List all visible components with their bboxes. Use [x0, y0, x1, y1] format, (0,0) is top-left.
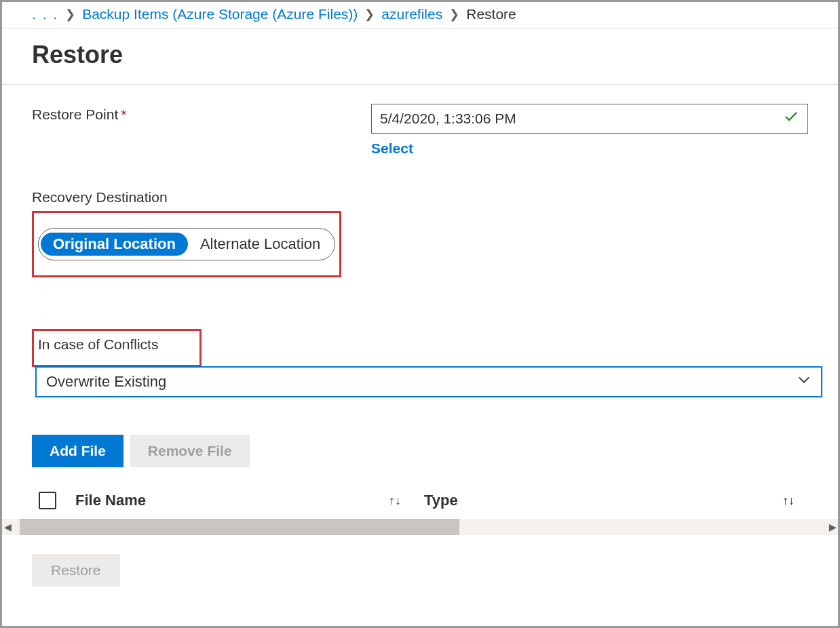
sort-icon[interactable]: ↑↓ — [389, 494, 401, 508]
restore-point-label: Restore Point* — [32, 104, 371, 123]
file-table-header: File Name ↑↓ Type ↑↓ — [32, 492, 808, 516]
recovery-destination-original[interactable]: Original Location — [41, 233, 188, 256]
sort-icon[interactable]: ↑↓ — [782, 494, 795, 508]
file-buttons-row: Add File Remove File — [32, 435, 808, 467]
recovery-destination-highlight: Original Location Alternate Location — [32, 211, 341, 277]
chevron-down-icon — [797, 372, 812, 391]
select-all-checkbox[interactable] — [39, 492, 56, 509]
page-title: Restore — [2, 28, 838, 85]
breadcrumb-overflow[interactable]: . . . — [32, 6, 58, 22]
recovery-destination-label: Recovery Destination — [32, 189, 808, 205]
checkmark-icon — [783, 109, 799, 129]
scrollbar-thumb[interactable] — [20, 519, 459, 535]
column-type[interactable]: Type ↑↓ — [424, 492, 801, 509]
column-file-name[interactable]: File Name ↑↓ — [75, 492, 408, 509]
restore-point-input[interactable]: 5/4/2020, 1:33:06 PM — [371, 104, 808, 134]
conflicts-highlight: In case of Conflicts Overwrite Existing — [32, 329, 202, 367]
breadcrumb-current: Restore — [466, 6, 516, 22]
chevron-right-icon: ❯ — [364, 7, 375, 22]
restore-point-row: Restore Point* 5/4/2020, 1:33:06 PM Sele… — [32, 104, 808, 157]
scroll-right-arrow-icon[interactable]: ▶ — [827, 522, 838, 532]
required-star-icon: * — [121, 106, 126, 122]
breadcrumb: . . . ❯ Backup Items (Azure Storage (Azu… — [2, 2, 838, 28]
chevron-right-icon: ❯ — [65, 7, 75, 22]
add-file-button[interactable]: Add File — [32, 435, 123, 467]
breadcrumb-backup-items[interactable]: Backup Items (Azure Storage (Azure Files… — [82, 6, 358, 22]
restore-button: Restore — [32, 554, 120, 587]
content-area: Restore Point* 5/4/2020, 1:33:06 PM Sele… — [2, 104, 838, 516]
conflicts-label: In case of Conflicts — [34, 336, 199, 353]
recovery-destination-alternate[interactable]: Alternate Location — [188, 233, 332, 256]
breadcrumb-azurefiles[interactable]: azurefiles — [381, 6, 442, 22]
chevron-right-icon: ❯ — [449, 7, 459, 22]
conflicts-dropdown[interactable]: Overwrite Existing — [35, 366, 822, 397]
conflicts-value: Overwrite Existing — [46, 373, 797, 391]
horizontal-scrollbar[interactable]: ◀ ▶ — [2, 519, 838, 535]
recovery-destination-toggle: Original Location Alternate Location — [38, 228, 335, 260]
select-restore-point-link[interactable]: Select — [371, 140, 413, 157]
remove-file-button: Remove File — [130, 435, 250, 467]
restore-panel: . . . ❯ Backup Items (Azure Storage (Azu… — [0, 0, 840, 628]
scroll-left-arrow-icon[interactable]: ◀ — [2, 522, 13, 532]
restore-point-value: 5/4/2020, 1:33:06 PM — [380, 111, 783, 127]
